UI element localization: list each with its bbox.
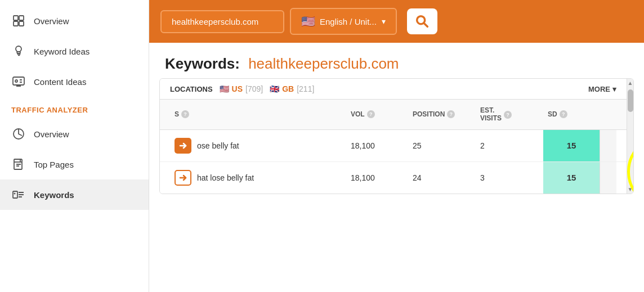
- location-us[interactable]: 🇺🇸 US [709]: [220, 84, 263, 93]
- keywords-icon: [11, 187, 26, 202]
- more-label: MORE: [588, 85, 610, 93]
- us-flag: 🇺🇸: [220, 84, 229, 93]
- scroll-down-icon[interactable]: ▼: [627, 185, 634, 194]
- chart-icon: [11, 127, 26, 141]
- svg-rect-5: [13, 77, 24, 85]
- sidebar-item-keywords-label: Keywords: [34, 190, 74, 200]
- th-keyword: S ?: [170, 100, 346, 129]
- th-est-visits-label: EST.VISITS: [480, 106, 502, 123]
- th-vol-label: VOL: [351, 110, 365, 118]
- td-scroll-2: [600, 162, 616, 194]
- more-chevron-icon: ▾: [612, 85, 616, 93]
- td-position-1: 25: [408, 130, 476, 161]
- gb-code: GB: [282, 84, 294, 93]
- monitor-icon: [11, 74, 26, 89]
- chevron-down-icon: ▾: [382, 17, 386, 26]
- th-keyword-label: S: [175, 110, 179, 118]
- sidebar-item-overview-label: Overview: [34, 16, 69, 26]
- th-est-visits-help-icon[interactable]: ?: [504, 111, 512, 119]
- td-sd-2: 15: [543, 162, 600, 194]
- svg-rect-1: [19, 16, 24, 20]
- pages-icon: [11, 157, 26, 172]
- traffic-analyzer-section: TRAFFIC ANALYZER: [0, 97, 149, 119]
- location-gb[interactable]: 🇬🇧 GB [211]: [270, 84, 314, 93]
- svg-line-11: [424, 23, 427, 26]
- td-position-2: 24: [408, 162, 476, 194]
- td-keyword-2: hat lose belly fat: [170, 162, 346, 194]
- language-selector[interactable]: 🇺🇸 English / Unit... ▾: [290, 8, 397, 35]
- sidebar-item-keyword-ideas[interactable]: Keyword Ideas: [0, 36, 149, 66]
- th-sd-label: SD: [548, 110, 557, 118]
- td-keyword-1: ose belly fat: [170, 130, 346, 161]
- domain-input[interactable]: healthkeepersclub.com: [160, 10, 284, 33]
- more-locations-button[interactable]: MORE ▾: [588, 85, 616, 93]
- gb-count: [211]: [297, 84, 314, 93]
- svg-rect-9: [13, 191, 17, 198]
- search-bar: healthkeepersclub.com 🇺🇸 English / Unit.…: [149, 0, 644, 43]
- th-position: POSITION ?: [408, 100, 476, 129]
- td-est-visits-1: 2: [476, 130, 543, 161]
- table-row: hat lose belly fat 18,100 24 3 15: [160, 162, 627, 194]
- th-keyword-help-icon[interactable]: ?: [181, 110, 189, 118]
- search-button[interactable]: [407, 8, 437, 34]
- sidebar-item-top-pages-label: Top Pages: [34, 160, 74, 169]
- th-position-label: POSITION: [413, 110, 445, 118]
- keyword-arrow-button-1[interactable]: [175, 138, 191, 154]
- svg-point-4: [16, 46, 21, 52]
- domain-value: healthkeepersclub.com: [172, 17, 258, 26]
- page-title-domain: healthkeepersclub.com: [248, 55, 399, 72]
- th-vol: VOL ?: [346, 100, 408, 129]
- th-position-help-icon[interactable]: ?: [447, 110, 455, 118]
- svg-rect-2: [14, 21, 18, 26]
- locations-label: LOCATIONS: [170, 85, 213, 93]
- page-title: Keywords: healthkeepersclub.com: [165, 55, 628, 73]
- keyword-text-2: hat lose belly fat: [197, 173, 254, 182]
- sidebar-item-overview[interactable]: Overview: [0, 6, 149, 36]
- sidebar-item-ta-overview[interactable]: Overview: [0, 119, 149, 149]
- th-spacer: [600, 100, 616, 129]
- table-row: ose belly fat 18,100 25 2 15: [160, 130, 627, 162]
- us-code: US: [232, 84, 243, 93]
- sidebar-item-keywords[interactable]: Keywords: [0, 179, 149, 210]
- language-label: English / Unit...: [320, 17, 377, 26]
- keyword-text-1: ose belly fat: [197, 141, 239, 150]
- th-sd-help-icon[interactable]: ?: [560, 110, 567, 118]
- sidebar-item-keyword-ideas-label: Keyword Ideas: [34, 47, 90, 56]
- page-title-prefix: Keywords:: [165, 55, 240, 72]
- gb-flag: 🇬🇧: [270, 84, 279, 93]
- scroll-up-icon[interactable]: ▲: [627, 79, 634, 87]
- svg-rect-0: [14, 16, 18, 20]
- us-flag-icon: 🇺🇸: [301, 15, 315, 28]
- data-table-container: LOCATIONS 🇺🇸 US [709] 🇬🇧 GB [211] MORE ▾: [159, 78, 634, 194]
- locations-row: LOCATIONS 🇺🇸 US [709] 🇬🇧 GB [211] MORE ▾: [160, 79, 627, 100]
- th-sd: SD ?: [543, 100, 600, 129]
- td-sd-1: 15: [543, 130, 600, 161]
- sidebar-item-top-pages[interactable]: Top Pages: [0, 149, 149, 179]
- grid-icon: [11, 14, 26, 28]
- lightbulb-icon: [11, 44, 26, 59]
- sidebar: Overview Keyword Ideas Content Ideas TRA…: [0, 0, 149, 292]
- td-vol-1: 18,100: [346, 130, 408, 161]
- main-content: healthkeepersclub.com 🇺🇸 English / Unit.…: [149, 0, 644, 292]
- td-scroll-1: [600, 130, 616, 161]
- page-title-area: Keywords: healthkeepersclub.com: [149, 43, 644, 78]
- svg-rect-3: [19, 21, 24, 26]
- sidebar-item-content-ideas[interactable]: Content Ideas: [0, 66, 149, 97]
- table-header: S ? VOL ? POSITION ? EST.VISITS ?: [160, 100, 627, 130]
- th-vol-help-icon[interactable]: ?: [367, 110, 375, 118]
- sidebar-item-content-ideas-label: Content Ideas: [34, 77, 86, 87]
- keyword-arrow-button-2[interactable]: [175, 170, 191, 186]
- sidebar-item-ta-overview-label: Overview: [34, 129, 69, 139]
- us-count: [709]: [245, 84, 263, 93]
- th-est-visits: EST.VISITS ?: [476, 100, 543, 129]
- scrollbar: ▲ ▼: [627, 79, 633, 194]
- svg-point-6: [15, 80, 17, 82]
- td-vol-2: 18,100: [346, 162, 408, 194]
- td-est-visits-2: 3: [476, 162, 543, 194]
- table-content: LOCATIONS 🇺🇸 US [709] 🇬🇧 GB [211] MORE ▾: [160, 79, 627, 194]
- scrollbar-thumb[interactable]: [628, 89, 633, 112]
